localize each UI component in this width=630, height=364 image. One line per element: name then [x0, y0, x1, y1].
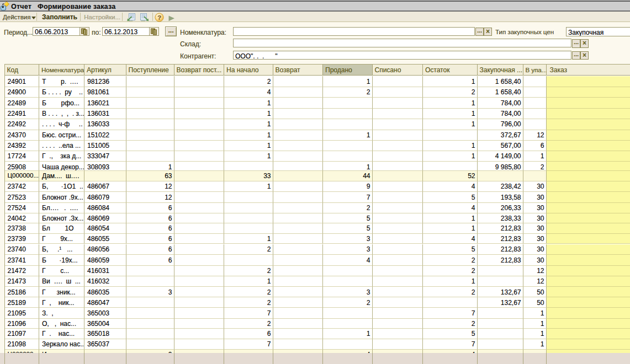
svg-text:?: ?: [157, 14, 161, 21]
